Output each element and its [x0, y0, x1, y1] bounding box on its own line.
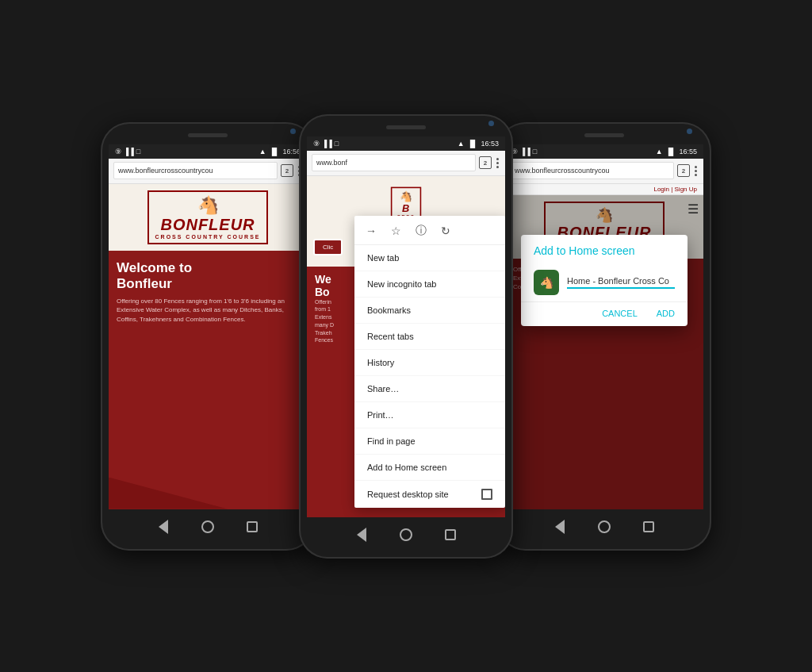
- menu-item-desktop[interactable]: Request desktop site: [354, 481, 505, 508]
- time-left: 16:56: [282, 148, 301, 156]
- back-btn-left[interactable]: [155, 519, 171, 535]
- menu-item-bookmarks[interactable]: Bookmarks: [354, 298, 505, 324]
- status-right: ▲ ▐▌ 16:56: [259, 148, 301, 156]
- tab-count-right[interactable]: 2: [677, 164, 690, 177]
- back-btn-mid[interactable]: [354, 527, 370, 543]
- refresh-icon[interactable]: ↻: [441, 225, 450, 237]
- recents-btn-left[interactable]: [244, 519, 260, 535]
- time-mid: 16:53: [481, 140, 499, 148]
- status-left-icons: ⑨ ▐▐ □: [115, 148, 140, 156]
- phone-mid: ⑨ ▐▐ □ ▲ ▐▌ 16:53 www.bonf 2: [299, 114, 513, 559]
- nav-bar-right: [497, 509, 711, 551]
- site-content-left: 🐴 BONFLEUR CROSS COUNTRY COURSE Welcome …: [109, 184, 307, 509]
- login-text[interactable]: Login | Sign Up: [653, 186, 697, 193]
- url-field-mid[interactable]: www.bonf: [312, 154, 476, 171]
- signal-icon-right: ▐▐: [520, 148, 530, 156]
- app-name-field[interactable]: Home - Bonfleur Cross Co: [567, 276, 675, 289]
- dialog-title: Add to Home screen: [521, 235, 688, 263]
- nfc-icon-right: □: [533, 148, 537, 156]
- camera-mid: [488, 121, 494, 126]
- recents-btn-right[interactable]: [641, 519, 657, 535]
- address-bar-mid: www.bonf 2: [307, 151, 505, 176]
- hero-title-left: Welcome toBonfleur: [117, 260, 299, 293]
- logo-left: 🐴 BONFLEUR CROSS COUNTRY COURSE: [147, 190, 269, 244]
- home-btn-mid[interactable]: [398, 527, 414, 543]
- tab-count-left[interactable]: 2: [281, 164, 293, 177]
- tab-count-mid[interactable]: 2: [479, 156, 492, 169]
- phone-mid-screen: ⑨ ▐▐ □ ▲ ▐▌ 16:53 www.bonf 2: [307, 136, 505, 517]
- menu-item-recent-tabs[interactable]: Recent tabs: [354, 324, 505, 350]
- speaker-mid: [386, 125, 426, 129]
- logo-bonfleur: BONFLEUR: [160, 216, 255, 234]
- wifi-icon: ▲: [259, 148, 266, 156]
- phone-left-screen: ⑨ ▐▐ □ ▲ ▐▌ 16:56 www.bonfleurcrosscount…: [109, 144, 307, 509]
- recents-btn-mid[interactable]: [442, 527, 458, 543]
- address-bar-left: www.bonfleurcrosscountrycou 2: [109, 159, 307, 184]
- menu-item-incognito[interactable]: New incognito tab: [354, 271, 505, 298]
- phone-left-top: [101, 122, 315, 144]
- site-hero-left: Welcome toBonfleur Offering over 80 Fenc…: [109, 251, 307, 509]
- site-content-right: 🐴 BONFLEUR CROSS COUNTRY COURSE ☰ Offeri…: [505, 195, 703, 509]
- logo-sub: CROSS COUNTRY COURSE: [155, 234, 261, 240]
- notif-icon: ⑨: [115, 148, 121, 156]
- phone-right: ⑨ ▐▐ □ ▲ ▐▌ 16:55 www.bonfleurcrosscount…: [497, 122, 711, 551]
- menu-item-print[interactable]: Print…: [354, 402, 505, 428]
- scene: ⑨ ▐▐ □ ▲ ▐▌ 16:56 www.bonfleurcrosscount…: [0, 0, 812, 672]
- notif-icon-mid: ⑨: [313, 140, 320, 148]
- home-btn-right[interactable]: [596, 519, 612, 535]
- cta-btn-mid[interactable]: Clic: [313, 239, 343, 255]
- forward-icon[interactable]: →: [366, 225, 377, 237]
- speaker: [188, 133, 228, 137]
- app-icon: 🐴: [534, 270, 559, 295]
- url-field-left[interactable]: www.bonfleurcrosscountrycou: [113, 162, 278, 179]
- url-field-right[interactable]: www.bonfleurcrosscountrycou: [510, 162, 674, 179]
- menu-item-add-home[interactable]: Add to Home screen: [354, 455, 505, 481]
- speaker-right: [584, 133, 624, 137]
- site-header-left: 🐴 BONFLEUR CROSS COUNTRY COURSE: [109, 184, 307, 251]
- dialog-actions: Cancel Add: [521, 302, 688, 326]
- dropdown-icons-row: → ☆ ⓘ ↻: [354, 216, 505, 245]
- phone-left: ⑨ ▐▐ □ ▲ ▐▌ 16:56 www.bonfleurcrosscount…: [101, 122, 315, 551]
- dialog-cancel-btn[interactable]: Cancel: [602, 309, 638, 318]
- nav-bar-mid: [299, 517, 513, 559]
- signal-icon-mid: ▐▐: [322, 140, 332, 148]
- camera-right: [687, 129, 692, 134]
- phone-right-screen: ⑨ ▐▐ □ ▲ ▐▌ 16:55 www.bonfleurcrosscount…: [505, 144, 703, 509]
- dropdown-menu: → ☆ ⓘ ↻ New tab New incognito tab Bookma…: [354, 216, 505, 508]
- menu-item-new-tab[interactable]: New tab: [354, 245, 505, 271]
- add-to-home-dialog: Add to Home screen 🐴 Home - Bonfleur Cro…: [521, 235, 688, 326]
- dialog-app-row: 🐴 Home - Bonfleur Cross Co: [521, 263, 688, 302]
- status-bar-left: ⑨ ▐▐ □ ▲ ▐▌ 16:56: [109, 144, 307, 159]
- dialog-add-btn[interactable]: Add: [657, 309, 675, 318]
- site-content-mid: 🐴 B CROS Clic WeBo Offerinfrom 1Extensma…: [307, 176, 505, 517]
- phone-right-top: [497, 122, 711, 144]
- hero-body-left: Offering over 80 Fences ranging from 1'6…: [117, 297, 299, 324]
- menu-item-find[interactable]: Find in page: [354, 428, 505, 455]
- status-bar-mid: ⑨ ▐▐ □ ▲ ▐▌ 16:53: [307, 136, 505, 151]
- signal-bars: ▐▌: [270, 148, 280, 156]
- address-bar-right: www.bonfleurcrosscountrycou 2: [505, 159, 703, 184]
- login-bar: Login | Sign Up: [505, 184, 703, 195]
- signal-bars-mid: ▐▌: [468, 140, 478, 148]
- menu-item-history[interactable]: History: [354, 350, 505, 376]
- bookmark-icon[interactable]: ☆: [391, 225, 401, 237]
- back-btn-right[interactable]: [552, 519, 568, 535]
- desktop-checkbox[interactable]: [481, 489, 492, 500]
- menu-button-right[interactable]: [693, 164, 699, 178]
- logo-bonfleur-mid: B: [402, 202, 410, 213]
- nfc-icon: □: [136, 148, 140, 156]
- menu-button-mid[interactable]: [495, 156, 500, 170]
- home-btn-left[interactable]: [200, 519, 216, 535]
- menu-item-share[interactable]: Share…: [354, 376, 505, 402]
- signal-icon: ▐▐: [124, 148, 134, 156]
- wifi-icon-mid: ▲: [458, 140, 465, 148]
- status-bar-right: ⑨ ▐▐ □ ▲ ▐▌ 16:55: [505, 144, 703, 159]
- wifi-icon-right: ▲: [656, 148, 663, 156]
- info-icon[interactable]: ⓘ: [416, 224, 427, 238]
- signal-bars-right: ▐▌: [666, 148, 676, 156]
- time-right: 16:55: [679, 148, 697, 156]
- dialog-overlay: Add to Home screen 🐴 Home - Bonfleur Cro…: [505, 195, 703, 509]
- nav-bar-left: [101, 509, 315, 551]
- nfc-icon-mid: □: [335, 140, 339, 148]
- phone-mid-top: [299, 114, 513, 136]
